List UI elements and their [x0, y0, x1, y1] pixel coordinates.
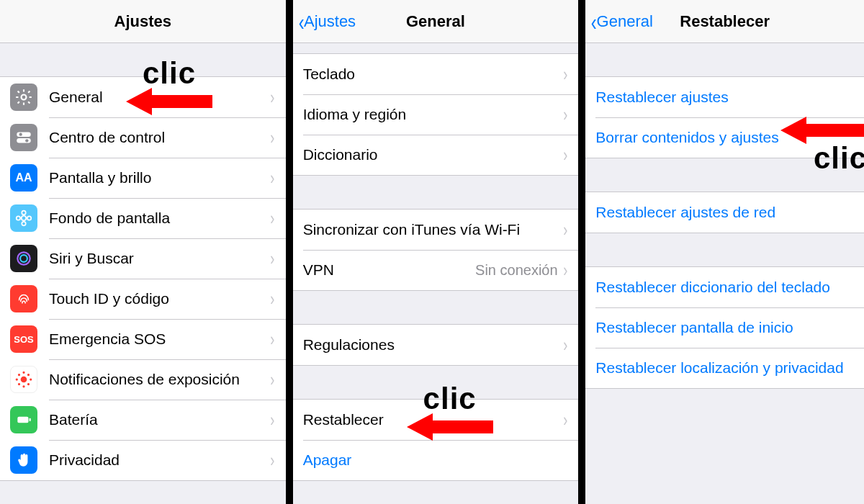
svg-point-5 — [22, 216, 27, 221]
group-language: Teclado › Idioma y región › Diccionario … — [293, 53, 579, 176]
svg-point-6 — [22, 211, 25, 215]
chevron-right-icon: › — [563, 409, 567, 431]
row-detail: Sin conexión — [475, 262, 558, 279]
row-siri[interactable]: Siri y Buscar › — [0, 238, 286, 279]
back-label: General — [597, 12, 653, 31]
svg-point-14 — [23, 386, 24, 387]
svg-rect-2 — [17, 138, 31, 143]
back-button[interactable]: ‹ Ajustes — [297, 9, 356, 34]
settings-root-panel: Ajustes General › Centro de control › AA… — [0, 0, 286, 504]
row-reset-keyboard-dict[interactable]: Restablecer diccionario del teclado — [585, 267, 864, 307]
siri-icon — [10, 245, 37, 272]
row-label: Diccionario — [303, 146, 562, 163]
svg-point-10 — [17, 252, 30, 264]
chevron-right-icon: › — [270, 369, 274, 391]
sos-icon: SOS — [10, 325, 37, 353]
svg-point-12 — [21, 377, 27, 383]
row-battery[interactable]: Batería › — [0, 400, 286, 440]
row-label: Restablecer pantalla de inicio — [595, 319, 854, 336]
row-control-center[interactable]: Centro de control › — [0, 117, 286, 158]
chevron-right-icon: › — [563, 334, 567, 356]
row-label: Idioma y región — [303, 106, 562, 123]
svg-point-19 — [18, 383, 19, 384]
row-label: Restablecer diccionario del teclado — [595, 279, 854, 296]
toggles-icon — [10, 124, 37, 151]
row-label: Restablecer — [303, 411, 562, 428]
svg-point-13 — [23, 372, 24, 373]
chevron-right-icon: › — [270, 207, 274, 230]
section-gap — [293, 43, 579, 53]
svg-point-18 — [27, 374, 29, 375]
row-label: Notificaciones de exposición — [49, 371, 269, 388]
section-gap — [293, 176, 579, 209]
chevron-left-icon: ‹ — [298, 9, 304, 34]
navbar-title: Restablecer — [680, 12, 770, 31]
chevron-right-icon: › — [270, 248, 274, 270]
row-erase-all[interactable]: Borrar contenidos y ajustes — [585, 117, 864, 158]
chevron-right-icon: › — [270, 409, 274, 431]
svg-point-20 — [27, 383, 29, 384]
group-regulatory: Regulaciones › — [293, 324, 579, 366]
row-label: Batería — [49, 411, 269, 428]
row-label: Sincronizar con iTunes vía Wi-Fi — [303, 221, 562, 238]
svg-point-15 — [16, 379, 17, 380]
group-reset: Restablecer › Apagar — [293, 399, 579, 481]
back-button[interactable]: ‹ General — [590, 9, 653, 34]
row-itunes-wifi[interactable]: Sincronizar con iTunes vía Wi-Fi › — [293, 210, 579, 250]
row-label: Restablecer localización y privacidad — [595, 359, 854, 377]
svg-point-17 — [18, 374, 19, 375]
section-gap — [293, 291, 579, 324]
row-exposure[interactable]: Notificaciones de exposición › — [0, 359, 286, 400]
exposure-icon — [10, 366, 37, 393]
svg-point-11 — [20, 255, 27, 262]
group-reset-network: Restablecer ajustes de red — [585, 192, 864, 233]
row-reset-network[interactable]: Restablecer ajustes de red — [585, 192, 864, 233]
back-label: Ajustes — [304, 12, 356, 31]
fingerprint-icon — [10, 285, 37, 312]
row-label: Restablecer ajustes — [595, 89, 854, 106]
svg-rect-1 — [17, 132, 31, 137]
row-reset[interactable]: Restablecer › — [293, 400, 579, 440]
navbar: ‹ Ajustes General — [293, 0, 579, 43]
section-gap — [0, 43, 286, 76]
svg-point-3 — [19, 133, 22, 136]
navbar-title: Ajustes — [114, 12, 171, 31]
gear-icon — [10, 84, 37, 111]
navbar: Ajustes — [0, 0, 286, 43]
chevron-left-icon: ‹ — [591, 9, 597, 34]
chevron-right-icon: › — [563, 219, 567, 241]
group-network: Sincronizar con iTunes vía Wi-Fi › VPN S… — [293, 209, 579, 291]
row-label: Pantalla y brillo — [49, 169, 269, 186]
row-privacy[interactable]: Privacidad › — [0, 440, 286, 480]
row-wallpaper[interactable]: Fondo de pantalla › — [0, 198, 286, 238]
row-general[interactable]: General › — [0, 77, 286, 117]
chevron-right-icon: › — [270, 288, 274, 310]
row-label: Fondo de pantalla — [49, 210, 269, 227]
chevron-right-icon: › — [270, 127, 274, 149]
row-touchid[interactable]: Touch ID y código › — [0, 279, 286, 319]
hand-icon — [10, 446, 37, 474]
chevron-right-icon: › — [270, 328, 274, 351]
row-reset-home[interactable]: Restablecer pantalla de inicio — [585, 307, 864, 348]
group-reset-other: Restablecer diccionario del teclado Rest… — [585, 266, 864, 389]
row-vpn[interactable]: VPN Sin conexión › — [293, 250, 579, 290]
row-dictionary[interactable]: Diccionario › — [293, 135, 579, 175]
row-label: Emergencia SOS — [49, 330, 269, 348]
row-reset-location-privacy[interactable]: Restablecer localización y privacidad — [585, 348, 864, 388]
row-keyboard[interactable]: Teclado › — [293, 54, 579, 94]
section-gap — [585, 233, 864, 266]
row-display[interactable]: AA Pantalla y brillo › — [0, 158, 286, 198]
navbar: ‹ General Restablecer — [585, 0, 864, 43]
row-sos[interactable]: SOS Emergencia SOS › — [0, 319, 286, 359]
row-reset-settings[interactable]: Restablecer ajustes — [585, 77, 864, 117]
row-shutdown[interactable]: Apagar — [293, 440, 579, 480]
chevron-right-icon: › — [270, 449, 274, 472]
battery-icon — [10, 406, 37, 433]
row-language-region[interactable]: Idioma y región › — [293, 94, 579, 135]
row-label: General — [49, 89, 269, 106]
row-regulatory[interactable]: Regulaciones › — [293, 325, 579, 365]
navbar-title: General — [406, 12, 465, 31]
row-label: Teclado — [303, 66, 562, 83]
settings-group: General › Centro de control › AA Pantall… — [0, 76, 286, 481]
group-reset-main: Restablecer ajustes Borrar contenidos y … — [585, 76, 864, 158]
